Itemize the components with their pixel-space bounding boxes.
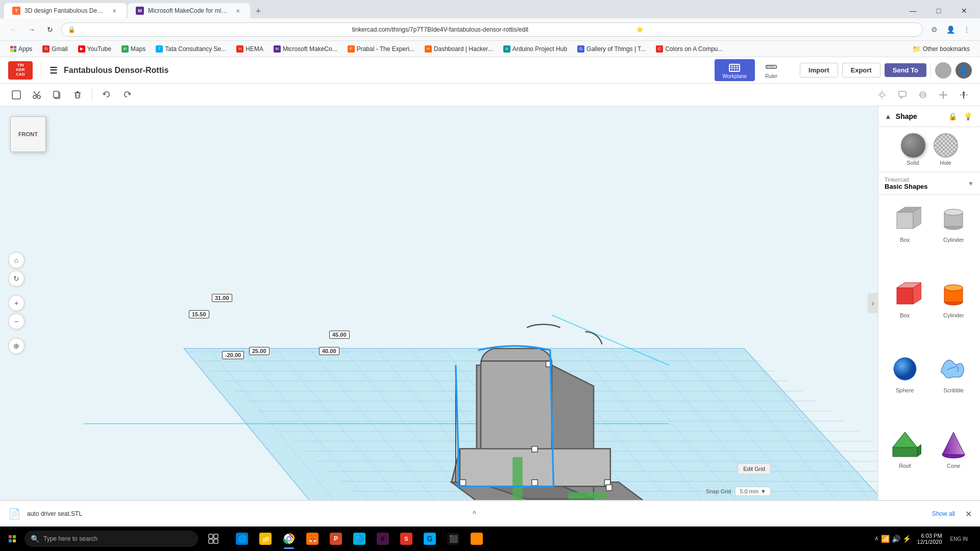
workplane-label: Workplane	[723, 73, 747, 79]
shape-item-scribble[interactable]: Scribble	[932, 349, 976, 421]
shape-item-cylinder-orange[interactable]: Cylinder	[932, 274, 976, 346]
network-icon[interactable]: 📶	[881, 535, 890, 543]
solid-shape-button[interactable]: Solid	[901, 133, 925, 166]
more-button[interactable]: ⋮	[960, 22, 974, 37]
taskbar-app-powerpoint[interactable]: P	[325, 528, 347, 550]
taskbar-search-box[interactable]: 🔍 Type here to search	[24, 531, 198, 547]
tinkercad-header: TINKERCAD ☰ Fantabulous Densor-Rottis Wo…	[0, 57, 980, 84]
zoom-out-control[interactable]: −	[8, 313, 24, 330]
tab-tinkercad[interactable]: T 3D design Fantabulous Densor-R... ✕	[4, 3, 127, 18]
view-cube[interactable]: FRONT	[10, 116, 51, 157]
bookmark-gallery[interactable]: G Gallery of Things | T...	[573, 43, 650, 55]
comment-tool[interactable]	[894, 87, 911, 103]
bookmark-arduino[interactable]: A Arduino Project Hub	[499, 43, 571, 55]
profile-button[interactable]: 👤	[943, 22, 958, 37]
bookmark-prabal[interactable]: P Prabal - The Experi...	[344, 43, 419, 55]
taskbar-app-8[interactable]: S	[395, 528, 418, 550]
other-bookmarks[interactable]: 📁 Other bookmarks	[908, 44, 974, 54]
send-to-button[interactable]: Send To	[885, 63, 926, 77]
show-all-button[interactable]: Show all	[928, 508, 959, 519]
taskbar-app-11[interactable]	[465, 528, 488, 550]
show-desktop-button[interactable]	[972, 527, 976, 551]
bookmark-colors[interactable]: C Colors on A Compu...	[652, 43, 727, 55]
shape-item-box-grey[interactable]: Box	[883, 199, 927, 270]
shape-item-cone[interactable]: Cone	[932, 425, 976, 496]
redo-tool[interactable]	[119, 87, 135, 103]
snap-grid-input[interactable]: 5.0 mm ▼	[735, 487, 771, 496]
tinkercad-project-title: Fantabulous Densor-Rottis	[64, 66, 708, 75]
workplane-button[interactable]: Workplane	[715, 59, 755, 81]
language-indicator[interactable]: ENG IN	[948, 536, 970, 542]
lock-icon[interactable]: 🔒	[946, 110, 959, 122]
extensions-button[interactable]: ⚙	[927, 22, 941, 37]
shape-item-box-red[interactable]: Box	[883, 274, 927, 346]
chevron-up-icon[interactable]: ∧	[874, 535, 879, 543]
forward-button[interactable]: →	[24, 22, 39, 37]
bookmark-hema[interactable]: H HEMA	[232, 43, 267, 55]
tab-tinkercad-close[interactable]: ✕	[110, 7, 118, 15]
bookmark-maps[interactable]: M Maps	[117, 43, 150, 55]
battery-icon[interactable]: ⚡	[902, 535, 911, 543]
bookmark-tcs[interactable]: T Tata Consultancy Se...	[152, 43, 230, 55]
shape-item-cylinder-grey[interactable]: Cylinder	[932, 199, 976, 270]
align-tool[interactable]	[955, 87, 972, 103]
light-tool[interactable]	[874, 87, 890, 103]
bookmark-makecode[interactable]: M Microsoft MakeCo...	[270, 43, 341, 55]
orbit-nav-control[interactable]: ↻	[8, 270, 24, 287]
clock-area[interactable]: 6:03 PM 12/1/2020	[913, 533, 946, 545]
zoom-in-control[interactable]: +	[8, 295, 24, 311]
pan-nav-control[interactable]: ⊕	[8, 338, 24, 354]
close-button[interactable]: ✕	[952, 3, 976, 18]
copy-tool[interactable]	[49, 87, 65, 103]
taskbar-app-firefox[interactable]: 🦊	[301, 528, 324, 550]
download-expand-button[interactable]: ^	[473, 510, 476, 518]
taskbar-app-6[interactable]: 🔷	[348, 528, 371, 550]
taskbar-app-9[interactable]: G	[419, 528, 441, 550]
address-bar[interactable]: 🔒 tinkercad.com/things/7p7T7BIde4V-fanta…	[61, 22, 923, 37]
taskbar-app-10[interactable]: ⬛	[442, 528, 464, 550]
home-nav-control[interactable]: ⌂	[8, 252, 24, 268]
select-tool[interactable]	[8, 87, 24, 103]
ruler-button[interactable]: Ruler	[757, 59, 786, 81]
taskbar-app-explorer[interactable]: 📁	[254, 528, 277, 550]
start-button[interactable]	[0, 527, 24, 551]
bookmark-youtube[interactable]: ▶ YouTube	[74, 43, 115, 55]
import-button[interactable]: Import	[800, 63, 838, 78]
account-icon[interactable]	[935, 62, 951, 79]
tab-makecode-close[interactable]: ✕	[234, 7, 242, 15]
bookmark-hackernews[interactable]: H Dashboard | Hacker...	[421, 43, 497, 55]
orbit-tool[interactable]	[915, 87, 931, 103]
download-close-button[interactable]: ✕	[965, 509, 972, 519]
cut-tool[interactable]	[29, 87, 45, 103]
bulb-icon[interactable]: 💡	[962, 110, 974, 122]
user-avatar[interactable]: 👤	[955, 62, 972, 79]
minimize-button[interactable]: —	[901, 3, 925, 18]
taskbar-app-chrome[interactable]	[278, 528, 300, 550]
export-button[interactable]: Export	[842, 63, 880, 78]
task-view-button[interactable]	[202, 528, 225, 550]
tab-makecode[interactable]: M Microsoft MakeCode for micro:b... ✕	[128, 3, 250, 18]
back-button[interactable]: ←	[6, 22, 20, 37]
shapes-category-dropdown[interactable]: Tinkercad Basic Shapes ▼	[878, 172, 980, 195]
bookmark-gmail[interactable]: G Gmail	[38, 43, 71, 55]
download-file-icon: 📄	[8, 508, 21, 520]
taskbar-app-edge[interactable]: 🌐	[231, 528, 253, 550]
shape-item-roof[interactable]: Roof	[883, 425, 927, 496]
new-tab-button[interactable]: +	[251, 4, 265, 18]
delete-tool[interactable]	[69, 87, 86, 103]
shape-item-sphere[interactable]: Sphere	[883, 349, 927, 421]
undo-tool[interactable]	[99, 87, 115, 103]
maximize-button[interactable]: □	[927, 3, 950, 18]
apps-bookmark[interactable]: Apps	[6, 43, 36, 55]
pan-tool[interactable]	[935, 87, 951, 103]
cube-front-face[interactable]: FRONT	[10, 116, 46, 152]
volume-icon[interactable]: 🔊	[892, 535, 900, 543]
panel-expand-button[interactable]: ›	[868, 293, 878, 313]
hole-shape-button[interactable]: Hole	[934, 133, 958, 166]
svg-marker-118	[917, 444, 921, 457]
3d-viewport[interactable]: Workplane 15.50 31.00 45.00 40.00 -20.00…	[0, 106, 878, 500]
edit-grid-button[interactable]: Edit Grid	[738, 463, 771, 474]
taskbar-app-slack[interactable]: #	[372, 528, 394, 550]
tinkercad-logo[interactable]: TINKERCAD	[8, 61, 33, 80]
reload-button[interactable]: ↻	[43, 22, 57, 37]
